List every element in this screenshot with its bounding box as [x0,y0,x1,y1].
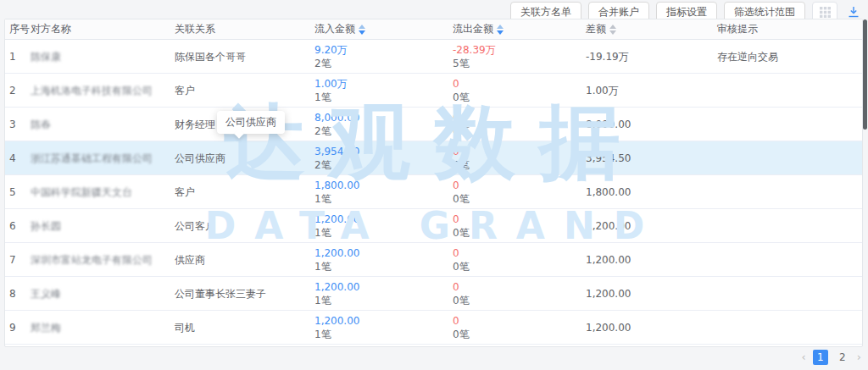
cell-relation: 客户 [175,84,314,97]
inflow-amount: 1,200.00 [314,246,453,260]
cell-relation: 陈保国各个哥哥 [175,50,314,64]
table-header-row: 序号对方名称关联关系流入金额流出金额差额审核提示 [5,19,862,40]
cell-counterparty-name: 王义峰 [31,287,175,301]
table-row[interactable]: 7深圳市富站龙电子有限公司供应商1,200.001笔00笔1,200.00 [5,243,862,277]
cell-inflow: 3,954.502笔 [314,145,453,172]
cell-relation: 公司董事长张三妻子 [175,287,314,301]
column-header-6[interactable]: 差额 [586,22,717,36]
cell-index: 7 [9,253,31,267]
inflow-count: 1笔 [314,91,453,104]
pagination-next-icon[interactable]: › [857,350,861,365]
cell-outflow: 00笔 [453,213,586,240]
outflow-count: 0笔 [453,124,586,138]
inflow-amount: 9.20万 [314,43,453,57]
cell-outflow: 00笔 [453,246,586,273]
sort-carets-icon[interactable] [609,25,616,35]
cell-index: 3 [9,118,31,131]
vertical-scrollbar-thumb[interactable] [863,19,867,130]
cell-relation: 客户 [175,185,314,199]
pagination-page-1[interactable]: 1 [813,350,828,365]
inflow-count: 1笔 [314,328,453,341]
outflow-count: 0笔 [453,192,586,206]
sort-carets-icon[interactable] [497,25,504,35]
vertical-scrollbar-track[interactable] [863,19,867,326]
cell-relation: 公司客户 [175,219,314,233]
table-row[interactable]: 1陈保康陈保国各个哥哥9.20万2笔-28.39万5笔-19.19万存在逆向交易 [5,40,862,74]
inflow-amount: 8,000.00 [314,111,453,124]
cell-difference: 1,200.00 [586,253,717,267]
column-header-2: 对方名称 [31,22,175,36]
cell-difference: 1.00万 [586,84,717,97]
pagination-pages: 12 [813,350,850,365]
inflow-count: 2笔 [314,158,453,172]
pagination-prev-icon[interactable]: ‹ [802,350,806,365]
column-label: 流入金额 [314,22,355,36]
cell-inflow: 1,800.001笔 [314,179,453,206]
inflow-amount: 1,200.00 [314,213,453,226]
outflow-amount: 0 [453,213,586,226]
column-label: 差额 [586,22,606,36]
cell-difference: 1,200.00 [586,321,717,334]
cell-counterparty-name: 孙长园 [31,219,175,233]
cell-index: 9 [9,321,31,334]
table-row[interactable]: 3陈春财务经理8,000.002笔00笔8,000.00 [5,108,862,141]
outflow-count: 5笔 [453,57,586,70]
outflow-amount: 0 [453,111,586,124]
outflow-count: 0笔 [453,158,586,172]
cell-counterparty-name: 陈保康 [31,50,175,64]
column-header-5[interactable]: 流出金额 [453,22,586,36]
table-row[interactable]: 6孙长园公司客户1,200.001笔00笔1,200.00 [5,209,862,243]
cell-difference: 1,200.00 [586,287,717,301]
column-label: 审核提示 [717,22,758,36]
outflow-count: 0笔 [453,260,586,273]
outflow-amount: 0 [453,246,586,260]
cell-counterparty-name: 陈春 [31,118,175,131]
cell-difference: 8,000.00 [586,118,717,131]
outflow-amount: 0 [453,280,586,294]
cell-index: 6 [9,219,31,233]
cell-outflow: 00笔 [453,314,586,341]
cell-inflow: 1,200.001笔 [314,246,453,273]
sort-carets-icon[interactable] [359,25,365,35]
table-row[interactable]: 9郑兰梅司机1,200.001笔00笔1,200.00 [5,311,862,345]
cell-outflow: 00笔 [453,77,586,104]
cell-inflow: 1,200.001笔 [314,213,453,240]
table-row[interactable]: 8王义峰公司董事长张三妻子1,200.001笔00笔1,200.00 [5,277,862,311]
cell-index: 8 [9,287,31,301]
related-party-table-card: 序号对方名称关联关系流入金额流出金额差额审核提示 1陈保康陈保国各个哥哥9.20… [4,19,863,347]
outflow-count: 0笔 [453,294,586,307]
inflow-amount: 1,200.00 [314,280,453,294]
cell-index: 5 [9,185,31,199]
column-label: 序号 [9,22,30,36]
inflow-count: 1笔 [314,260,453,273]
relation-tooltip-text: 公司供应商 [225,116,276,128]
table-body: 1陈保康陈保国各个哥哥9.20万2笔-28.39万5笔-19.19万存在逆向交易… [5,40,862,345]
counterparty-name-redacted: 王义峰 [31,288,61,300]
inflow-amount: 1.00万 [314,77,453,91]
outflow-amount: 0 [453,314,586,328]
counterparty-name-redacted: 郑兰梅 [31,322,61,334]
column-header-7: 审核提示 [717,22,862,36]
table-row[interactable]: 2上海机洛电子科技有限公司客户1.00万1笔00笔1.00万 [5,74,862,108]
cell-outflow: 00笔 [453,179,586,206]
table-row[interactable]: 5中国科学院新疆天文台客户1,800.001笔00笔1,800.00 [5,175,862,209]
column-label: 流出金额 [453,22,493,36]
column-header-4[interactable]: 流入金额 [314,22,453,36]
counterparty-name-redacted: 上海机洛电子科技有限公司 [31,85,153,97]
table-grid-icon [820,7,831,18]
inflow-count: 2笔 [314,57,453,70]
cell-outflow: -28.39万5笔 [453,43,586,70]
cell-inflow: 1.00万1笔 [314,77,453,104]
cell-difference: 1,200.00 [586,219,717,233]
cell-inflow: 1,200.001笔 [314,280,453,307]
cell-counterparty-name: 郑兰梅 [31,321,175,334]
outflow-count: 0笔 [453,328,586,341]
cell-inflow: 9.20万2笔 [314,43,453,70]
table-row[interactable]: 4浙江苏通基础工程有限公司公司供应商3,954.502笔00笔3,954.50 [5,141,862,175]
counterparty-name-redacted: 陈保康 [31,51,61,63]
cell-counterparty-name: 深圳市富站龙电子有限公司 [31,253,175,267]
cell-audit-hint: 存在逆向交易 [717,50,862,64]
pagination-page-2[interactable]: 2 [835,350,850,365]
cell-difference: -19.19万 [586,50,717,64]
inflow-count: 1笔 [314,226,453,240]
